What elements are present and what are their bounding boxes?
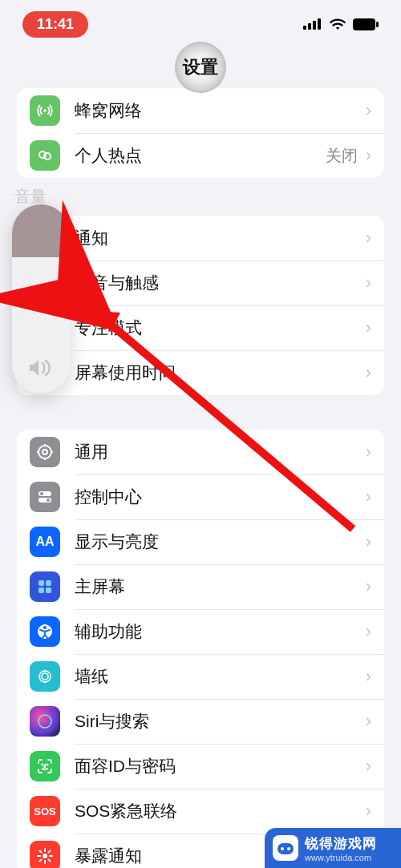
row-notifications[interactable]: 通知 › bbox=[17, 216, 384, 260]
svg-rect-3 bbox=[318, 18, 321, 30]
cellular-signal-icon bbox=[303, 18, 322, 30]
accessibility-icon bbox=[30, 616, 60, 647]
volume-hud[interactable] bbox=[12, 204, 70, 394]
svg-rect-5 bbox=[376, 22, 379, 27]
chevron-right-icon: › bbox=[366, 801, 371, 822]
row-control-center[interactable]: 控制中心 › bbox=[17, 474, 384, 519]
svg-rect-0 bbox=[303, 26, 306, 30]
row-label: Siri与搜索 bbox=[75, 710, 363, 733]
siri-icon bbox=[30, 706, 60, 737]
row-label: 通知 bbox=[75, 227, 363, 249]
svg-rect-1 bbox=[308, 23, 311, 30]
svg-point-31 bbox=[38, 715, 51, 728]
display-icon: AA bbox=[30, 527, 60, 557]
row-accessibility[interactable]: 辅助功能 › bbox=[17, 609, 384, 654]
chevron-right-icon: › bbox=[366, 100, 371, 121]
row-label: 屏幕使用时间 bbox=[75, 361, 363, 384]
svg-point-25 bbox=[39, 671, 51, 682]
speaker-icon bbox=[27, 357, 55, 379]
svg-point-27 bbox=[44, 670, 47, 672]
row-hotspot[interactable]: 个人热点 关闭 › bbox=[17, 133, 384, 178]
svg-rect-45 bbox=[277, 843, 294, 854]
row-label: 辅助功能 bbox=[75, 620, 363, 643]
svg-point-24 bbox=[43, 626, 47, 629]
svg-point-28 bbox=[44, 681, 47, 684]
status-bar: 11:41 bbox=[0, 0, 401, 48]
status-time-recording[interactable]: 11:41 bbox=[22, 11, 88, 38]
home-screen-icon bbox=[30, 571, 60, 602]
row-label: 墙纸 bbox=[75, 665, 363, 688]
chevron-right-icon: › bbox=[366, 228, 371, 248]
row-label: 专注模式 bbox=[75, 317, 363, 339]
chevron-right-icon: › bbox=[366, 317, 371, 338]
settings-group-attention: 通知 › 声音与触感 › 专注模式 › 屏幕使用时间 › bbox=[17, 216, 384, 395]
control-center-icon bbox=[30, 482, 60, 512]
row-label: 面容ID与密码 bbox=[75, 755, 363, 777]
chevron-right-icon: › bbox=[366, 756, 371, 777]
svg-line-40 bbox=[49, 860, 51, 862]
settings-group-network: 蜂窝网络 › 个人热点 关闭 › bbox=[17, 88, 384, 178]
sos-icon: SOS bbox=[30, 796, 60, 826]
row-home-screen[interactable]: 主屏幕 › bbox=[17, 564, 384, 609]
row-sos[interactable]: SOS SOS紧急联络 › bbox=[17, 789, 384, 834]
row-wallpaper[interactable]: 墙纸 › bbox=[17, 654, 384, 699]
row-display[interactable]: AA 显示与亮度 › bbox=[17, 519, 384, 564]
status-icons bbox=[303, 18, 379, 30]
svg-point-6 bbox=[43, 109, 47, 112]
row-label: 个人热点 bbox=[75, 144, 326, 167]
chevron-right-icon: › bbox=[366, 273, 371, 293]
chevron-right-icon: › bbox=[366, 486, 371, 507]
page-title: 设置 bbox=[183, 55, 218, 79]
row-general[interactable]: 通用 › bbox=[17, 430, 384, 474]
watermark-title: 锐得游戏网 bbox=[305, 834, 377, 853]
hotspot-icon bbox=[30, 140, 60, 171]
row-label: SOS紧急联络 bbox=[75, 800, 363, 822]
chevron-right-icon: › bbox=[366, 576, 371, 597]
svg-rect-21 bbox=[38, 587, 44, 593]
svg-rect-2 bbox=[313, 21, 316, 30]
chevron-right-icon: › bbox=[366, 621, 371, 642]
watermark-logo-icon bbox=[273, 835, 298, 861]
svg-rect-4 bbox=[353, 18, 375, 30]
watermark: 锐得游戏网 www.ytruida.com bbox=[265, 828, 401, 868]
svg-rect-19 bbox=[38, 580, 44, 586]
row-label: 通用 bbox=[75, 441, 363, 463]
chevron-right-icon: › bbox=[366, 666, 371, 687]
exposure-icon bbox=[30, 841, 60, 868]
svg-point-34 bbox=[43, 854, 47, 858]
battery-icon bbox=[353, 18, 379, 30]
row-screentime[interactable]: 屏幕使用时间 › bbox=[17, 350, 384, 395]
svg-point-9 bbox=[38, 446, 51, 458]
wifi-icon bbox=[329, 18, 346, 30]
row-faceid[interactable]: 面容ID与密码 › bbox=[17, 744, 384, 789]
svg-point-32 bbox=[42, 764, 43, 765]
settings-group-system: 通用 › 控制中心 › AA 显示与亮度 › 主屏幕 › 辅助功能 › 墙纸 › bbox=[17, 430, 384, 868]
svg-rect-22 bbox=[46, 587, 51, 593]
chevron-right-icon: › bbox=[366, 442, 371, 462]
svg-point-47 bbox=[287, 847, 290, 850]
chevron-right-icon: › bbox=[366, 711, 371, 732]
row-cellular[interactable]: 蜂窝网络 › bbox=[17, 88, 384, 133]
row-label: 主屏幕 bbox=[75, 575, 363, 598]
watermark-url: www.ytruida.com bbox=[305, 853, 377, 862]
svg-point-18 bbox=[47, 499, 50, 502]
svg-point-26 bbox=[42, 673, 48, 680]
cellular-icon bbox=[30, 95, 60, 126]
svg-point-30 bbox=[50, 676, 52, 678]
row-focus[interactable]: 专注模式 › bbox=[17, 305, 384, 350]
row-label: 蜂窝网络 bbox=[75, 99, 363, 122]
wallpaper-icon bbox=[30, 661, 60, 692]
header: 设置 bbox=[0, 48, 401, 87]
faceid-icon bbox=[30, 751, 60, 781]
svg-rect-20 bbox=[46, 580, 51, 586]
volume-fill bbox=[12, 204, 70, 257]
row-siri[interactable]: Siri与搜索 › bbox=[17, 699, 384, 744]
chevron-right-icon: › bbox=[366, 362, 371, 383]
row-sounds[interactable]: 声音与触感 › bbox=[17, 260, 384, 305]
svg-line-39 bbox=[40, 851, 42, 853]
row-label: 声音与触感 bbox=[75, 272, 363, 294]
chevron-right-icon: › bbox=[366, 145, 371, 166]
svg-point-46 bbox=[281, 847, 284, 850]
svg-point-16 bbox=[40, 492, 43, 495]
row-label: 控制中心 bbox=[75, 486, 363, 508]
